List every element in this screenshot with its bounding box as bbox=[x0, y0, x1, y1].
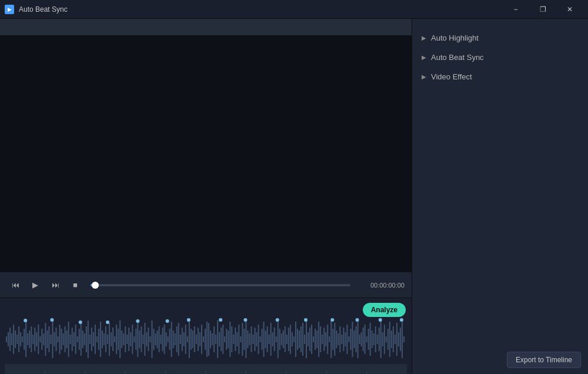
svg-rect-60 bbox=[112, 328, 113, 351]
svg-rect-95 bbox=[175, 333, 176, 345]
svg-rect-67 bbox=[125, 326, 126, 352]
svg-rect-91 bbox=[168, 336, 169, 342]
svg-rect-161 bbox=[292, 332, 293, 346]
svg-rect-153 bbox=[278, 320, 279, 358]
media-toolbar bbox=[0, 19, 412, 35]
play-button[interactable]: ▶ bbox=[27, 277, 44, 293]
svg-rect-182 bbox=[329, 336, 330, 342]
svg-rect-164 bbox=[297, 329, 298, 350]
svg-rect-99 bbox=[182, 328, 183, 351]
svg-rect-202 bbox=[365, 325, 366, 354]
svg-rect-72 bbox=[133, 336, 135, 342]
svg-rect-108 bbox=[198, 328, 199, 351]
stop-button[interactable]: ■ bbox=[67, 277, 83, 293]
svg-rect-2 bbox=[9, 328, 11, 351]
svg-rect-173 bbox=[313, 336, 314, 342]
svg-rect-70 bbox=[130, 332, 131, 346]
svg-rect-166 bbox=[300, 326, 302, 352]
svg-rect-51 bbox=[96, 336, 98, 342]
menu-item-auto-highlight[interactable]: ▶ Auto Highlight bbox=[412, 28, 588, 48]
svg-rect-192 bbox=[346, 325, 348, 354]
svg-rect-18 bbox=[38, 325, 39, 354]
svg-rect-139 bbox=[252, 335, 253, 344]
svg-rect-7 bbox=[18, 326, 19, 352]
svg-rect-201 bbox=[363, 328, 364, 351]
export-bar: Export to Timeline bbox=[412, 346, 588, 374]
svg-rect-189 bbox=[341, 335, 342, 344]
svg-rect-52 bbox=[98, 329, 99, 350]
svg-rect-179 bbox=[323, 328, 325, 351]
svg-rect-120 bbox=[219, 332, 220, 346]
svg-rect-55 bbox=[103, 333, 105, 345]
svg-rect-125 bbox=[228, 330, 229, 348]
svg-rect-0 bbox=[6, 336, 7, 342]
svg-rect-103 bbox=[189, 320, 190, 358]
svg-rect-22 bbox=[45, 323, 46, 356]
svg-rect-221 bbox=[398, 332, 399, 346]
svg-rect-42 bbox=[81, 323, 82, 356]
svg-rect-130 bbox=[236, 332, 238, 346]
svg-rect-25 bbox=[50, 335, 51, 344]
svg-rect-27 bbox=[54, 332, 55, 346]
svg-rect-24 bbox=[48, 326, 49, 352]
svg-rect-181 bbox=[327, 325, 328, 354]
svg-rect-28 bbox=[56, 328, 57, 351]
export-to-timeline-button[interactable]: Export to Timeline bbox=[507, 352, 581, 368]
svg-point-226 bbox=[50, 318, 54, 322]
skip-forward-button[interactable]: ⏭ bbox=[47, 277, 64, 293]
restore-button[interactable]: ❐ bbox=[529, 0, 556, 19]
svg-rect-151 bbox=[274, 328, 275, 351]
svg-rect-46 bbox=[88, 320, 89, 358]
svg-rect-154 bbox=[279, 329, 280, 350]
svg-point-235 bbox=[304, 318, 308, 322]
svg-rect-71 bbox=[132, 325, 133, 354]
svg-rect-106 bbox=[194, 326, 195, 352]
arrow-icon-2: ▶ bbox=[422, 74, 426, 80]
svg-rect-199 bbox=[359, 335, 360, 344]
svg-rect-16 bbox=[34, 328, 35, 351]
svg-rect-39 bbox=[75, 325, 76, 354]
svg-rect-142 bbox=[258, 325, 259, 354]
svg-rect-198 bbox=[358, 320, 359, 358]
svg-rect-92 bbox=[169, 329, 171, 350]
svg-rect-37 bbox=[72, 328, 73, 351]
svg-rect-114 bbox=[208, 323, 209, 356]
svg-rect-171 bbox=[309, 328, 310, 351]
svg-rect-214 bbox=[386, 336, 387, 342]
menu-item-video-effect[interactable]: ▶ Video Effect bbox=[412, 67, 588, 86]
left-panel: ⏮ ▶ ⏭ ■ 00:00:00:00 Analyze bbox=[0, 19, 412, 374]
svg-rect-12 bbox=[27, 333, 28, 345]
svg-rect-45 bbox=[86, 326, 87, 352]
svg-rect-197 bbox=[355, 326, 356, 352]
svg-rect-100 bbox=[183, 332, 185, 346]
svg-rect-134 bbox=[243, 329, 245, 350]
svg-rect-96 bbox=[176, 326, 178, 352]
svg-rect-86 bbox=[159, 326, 160, 352]
svg-rect-211 bbox=[380, 320, 382, 358]
svg-rect-34 bbox=[66, 330, 68, 348]
svg-rect-66 bbox=[123, 333, 124, 345]
svg-rect-65 bbox=[121, 330, 122, 348]
svg-rect-40 bbox=[77, 336, 78, 342]
svg-rect-30 bbox=[59, 325, 61, 354]
svg-rect-180 bbox=[325, 332, 326, 346]
svg-rect-204 bbox=[368, 329, 369, 350]
svg-rect-117 bbox=[213, 326, 215, 352]
svg-rect-186 bbox=[336, 330, 337, 348]
close-button[interactable]: ✕ bbox=[556, 0, 583, 19]
svg-rect-38 bbox=[74, 332, 75, 346]
progress-bar[interactable] bbox=[91, 284, 350, 286]
svg-rect-104 bbox=[191, 329, 192, 350]
svg-rect-195 bbox=[352, 322, 353, 357]
svg-rect-196 bbox=[353, 330, 355, 348]
svg-rect-19 bbox=[39, 336, 41, 342]
svg-rect-143 bbox=[260, 336, 261, 342]
menu-item-label-0: Auto Highlight bbox=[431, 34, 479, 42]
svg-rect-74 bbox=[137, 322, 138, 357]
minimize-button[interactable]: − bbox=[502, 0, 529, 19]
svg-rect-69 bbox=[128, 328, 129, 351]
skip-back-button[interactable]: ⏮ bbox=[7, 277, 24, 293]
time-display: 00:00:00:00 bbox=[358, 282, 405, 289]
analyze-button[interactable]: Analyze bbox=[363, 303, 406, 317]
menu-item-auto-beat-sync[interactable]: ▶ Auto Beat Sync bbox=[412, 48, 588, 67]
